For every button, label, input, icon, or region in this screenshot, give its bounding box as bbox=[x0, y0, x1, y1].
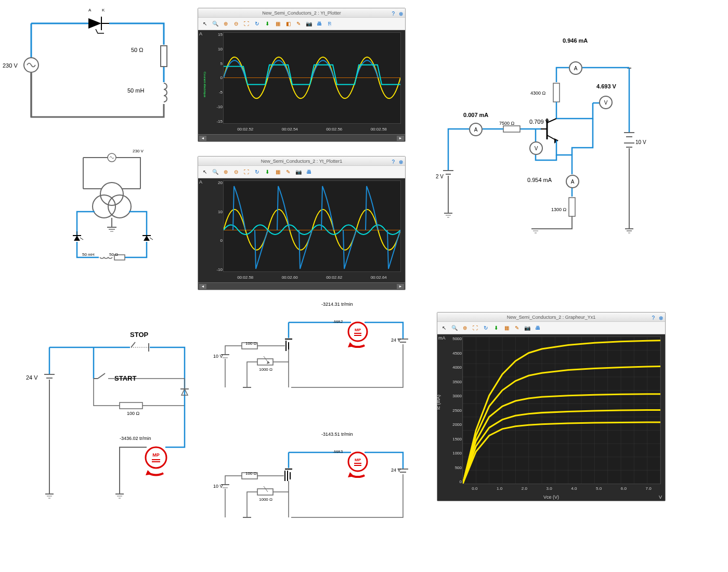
help-icon[interactable]: ? bbox=[392, 158, 395, 167]
ammeter-base-value: 0.007 mA bbox=[463, 112, 488, 118]
circuit2-svg bbox=[52, 148, 172, 278]
camera-icon[interactable]: 📷 bbox=[523, 323, 532, 333]
zoom-icon[interactable]: 🔍 bbox=[211, 19, 220, 29]
zoom-out-icon[interactable]: ⊖ bbox=[231, 19, 241, 29]
plotter1-scroll[interactable]: ◄ ► bbox=[198, 134, 405, 141]
close-icon[interactable]: ⊗ bbox=[399, 9, 403, 19]
plotter2-titlebar[interactable]: New_Semi_Conductors_2 : Yt_Plotter1 ? ⊗ bbox=[198, 157, 405, 166]
settings-icon[interactable]: ✎ bbox=[294, 19, 303, 29]
fit-icon[interactable]: ⛶ bbox=[471, 323, 480, 333]
plot1-canvas[interactable] bbox=[223, 32, 401, 124]
c5-r2: 1000 Ω bbox=[259, 497, 272, 502]
plot2-canvas[interactable] bbox=[223, 180, 401, 272]
plotter3-titlebar[interactable]: New_Semi_Conductors_2 : Grapheur_Yx1 ? ⊗ bbox=[437, 313, 665, 322]
help-icon[interactable]: ? bbox=[652, 314, 655, 323]
xunit3: V bbox=[659, 495, 662, 500]
c2-source: 230 V bbox=[133, 149, 144, 153]
svg-marker-0 bbox=[88, 18, 101, 29]
plotter3-chart: mA Ic (mA) 50004500400035003000250020001… bbox=[437, 334, 665, 501]
grid-icon[interactable]: ▦ bbox=[273, 19, 282, 29]
print-icon[interactable]: 🖶 bbox=[315, 19, 324, 29]
svg-point-61 bbox=[146, 447, 166, 468]
scroll-right-icon[interactable]: ► bbox=[397, 284, 404, 289]
scroll-left-icon[interactable]: ◄ bbox=[199, 136, 206, 141]
zoom-out-icon[interactable]: ⊖ bbox=[231, 167, 241, 177]
plot3-canvas[interactable] bbox=[462, 336, 661, 484]
zoom-in-icon[interactable]: ⊕ bbox=[460, 323, 470, 333]
c5-r1: 100 Ω bbox=[245, 471, 257, 476]
svg-rect-36 bbox=[569, 198, 575, 216]
cursor-icon[interactable]: ↖ bbox=[200, 19, 210, 29]
svg-point-7 bbox=[108, 195, 131, 218]
zoom-in-icon[interactable]: ⊕ bbox=[221, 167, 230, 177]
plotter1-titlebar[interactable]: New_Semi_Conductors_2 : Yt_Plotter ? ⊗ bbox=[198, 8, 405, 18]
zoom-icon[interactable]: 🔍 bbox=[450, 323, 459, 333]
cursor-icon[interactable]: ↖ bbox=[439, 323, 449, 333]
refresh-icon[interactable]: ↻ bbox=[481, 323, 490, 333]
c3-r: 100 Ω bbox=[127, 411, 139, 416]
plotter1-window: New_Semi_Conductors_2 : Yt_Plotter ? ⊗ ↖… bbox=[198, 8, 406, 142]
c4-rpm: -3214.31 tr/min bbox=[321, 302, 353, 307]
grid-icon[interactable]: ▦ bbox=[273, 167, 282, 177]
close-icon[interactable]: ⊗ bbox=[659, 314, 663, 323]
plotter1-title-text: New_Semi_Conductors_2 : Yt_Plotter bbox=[262, 10, 341, 16]
close-icon[interactable]: ⊗ bbox=[399, 158, 403, 167]
scroll-right-icon[interactable]: ► bbox=[397, 136, 404, 141]
c5-id: -MA3 bbox=[333, 449, 343, 454]
svg-marker-14 bbox=[74, 236, 80, 241]
voltmeter-vce: V bbox=[599, 96, 613, 109]
c4-id: -MA2 bbox=[333, 319, 343, 324]
svg-text:MP: MP bbox=[355, 328, 361, 332]
circuit3-svg: MP bbox=[21, 322, 208, 536]
plotter2-window: New_Semi_Conductors_2 : Yt_Plotter1 ? ⊗ … bbox=[198, 156, 406, 290]
vcc-label: 10 V bbox=[635, 139, 646, 145]
r1-label: 4300 Ω bbox=[530, 90, 545, 96]
vin-label: 2 V bbox=[436, 174, 444, 179]
vbe-value: 0.709 V bbox=[529, 119, 549, 125]
xlabel3: Vce (V) bbox=[543, 495, 559, 500]
svg-rect-30 bbox=[553, 83, 560, 102]
grid-icon[interactable]: ▦ bbox=[502, 323, 511, 333]
settings-icon[interactable]: ✎ bbox=[512, 323, 522, 333]
c1-source-label: 230 V bbox=[3, 62, 18, 69]
export-icon[interactable]: ⬇ bbox=[491, 323, 501, 333]
zoom-icon[interactable]: 🔍 bbox=[211, 167, 220, 177]
c1-diode-k: K bbox=[102, 8, 105, 12]
svg-line-54 bbox=[98, 373, 105, 379]
camera-icon[interactable]: 📷 bbox=[304, 19, 314, 29]
c5-vl: 10 V bbox=[213, 484, 223, 489]
camera-icon[interactable]: 📷 bbox=[294, 167, 303, 177]
fit-icon[interactable]: ⛶ bbox=[242, 19, 251, 29]
print-icon[interactable]: 🖶 bbox=[304, 167, 314, 177]
plotter2-scroll[interactable]: ◄ ► bbox=[198, 282, 405, 290]
settings-icon[interactable]: ✎ bbox=[283, 167, 293, 177]
ie-value: 0.954 mA bbox=[527, 177, 552, 183]
svg-text:MP: MP bbox=[152, 452, 160, 458]
fit-icon[interactable]: ⛶ bbox=[242, 167, 251, 177]
zoom-in-icon[interactable]: ⊕ bbox=[221, 19, 230, 29]
plotter3-title-text: New_Semi_Conductors_2 : Grapheur_Yx1 bbox=[507, 315, 596, 320]
circuit1-svg bbox=[10, 5, 182, 125]
circuit5-svg: MP bbox=[216, 437, 424, 541]
help-icon[interactable]: ? bbox=[392, 9, 395, 19]
export-icon[interactable]: ⬇ bbox=[263, 167, 272, 177]
export-icon[interactable]: ⬇ bbox=[263, 19, 272, 29]
plotter3-window: New_Semi_Conductors_2 : Grapheur_Yx1 ? ⊗… bbox=[437, 312, 666, 501]
refresh-icon[interactable]: ↻ bbox=[252, 167, 262, 177]
yunit-left: A bbox=[199, 31, 202, 36]
yaxis-left2: 20100-10 bbox=[207, 178, 224, 274]
cursor-icon[interactable]: ↖ bbox=[200, 167, 210, 177]
c1-ind-label: 50 mH bbox=[127, 87, 144, 94]
yunit3: mA bbox=[438, 335, 446, 341]
r3-label: 1300 Ω bbox=[551, 207, 566, 212]
copy-icon[interactable]: ⎘ bbox=[325, 19, 334, 29]
print-icon[interactable]: 🖶 bbox=[533, 323, 542, 333]
c4-r2: 1000 Ω bbox=[259, 367, 272, 372]
svg-point-5 bbox=[100, 183, 123, 205]
c4-vs: 24 V bbox=[391, 337, 401, 343]
legend-icon[interactable]: ◧ bbox=[283, 19, 293, 29]
svg-rect-3 bbox=[161, 46, 167, 67]
refresh-icon[interactable]: ↻ bbox=[252, 19, 262, 29]
c5-rpm: -3143.51 tr/min bbox=[321, 432, 353, 437]
scroll-left-icon[interactable]: ◄ bbox=[199, 284, 206, 289]
